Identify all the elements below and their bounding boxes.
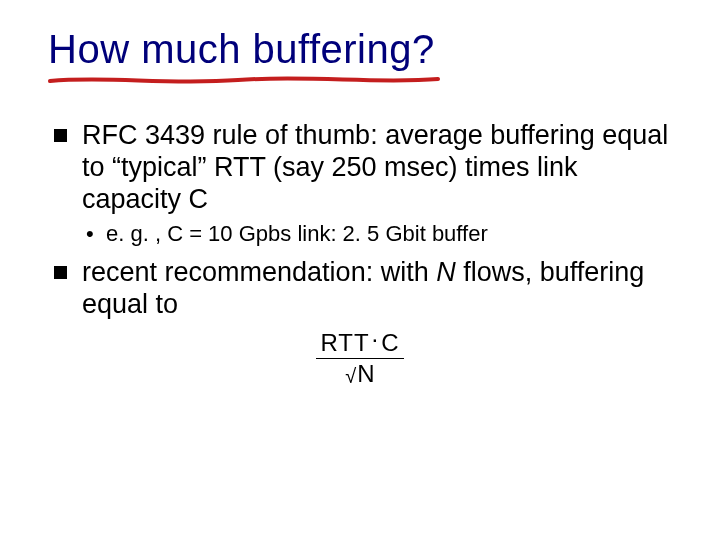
formula: RTT·C √N: [316, 331, 403, 386]
sub-bullet-item-1: e. g. , C = 10 Gpbs link: 2. 5 Gbit buff…: [82, 220, 672, 248]
formula-rtt: RTT: [320, 329, 369, 356]
bullet-2-pre: recent recommendation: with: [82, 257, 436, 287]
bullet-item-1: RFC 3439 rule of thumb: average bufferin…: [48, 120, 672, 247]
slide-title: How much buffering?: [48, 28, 672, 70]
formula-c: C: [381, 329, 399, 356]
bullet-1-text: RFC 3439 rule of thumb: average bufferin…: [82, 120, 668, 214]
formula-n: N: [356, 360, 374, 387]
sub-bullet-1-text: e. g. , C = 10 Gpbs link: 2. 5 Gbit buff…: [106, 221, 488, 246]
title-underline-icon: [48, 74, 440, 88]
formula-container: RTT·C √N: [48, 331, 672, 386]
sub-bullet-list: e. g. , C = 10 Gpbs link: 2. 5 Gbit buff…: [82, 220, 672, 248]
bullet-list: RFC 3439 rule of thumb: average bufferin…: [48, 120, 672, 321]
sqrt-icon: √N: [345, 362, 374, 386]
formula-numerator: RTT·C: [316, 331, 403, 359]
formula-dot: ·: [370, 325, 382, 352]
bullet-2-N: N: [436, 257, 456, 287]
bullet-item-2: recent recommendation: with N flows, buf…: [48, 257, 672, 321]
formula-denominator: √N: [316, 359, 403, 386]
slide: How much buffering? RFC 3439 rule of thu…: [0, 0, 720, 540]
formula-surd: √: [345, 365, 356, 387]
